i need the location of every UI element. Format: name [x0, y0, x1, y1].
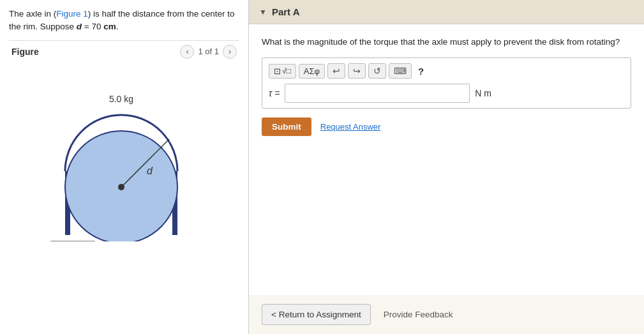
figure-label-bar: Figure ‹ 1 of 1 › — [9, 40, 239, 63]
mass-top-label: 5.0 kg — [109, 94, 133, 104]
figure-nav: ‹ 1 of 1 › — [180, 45, 237, 59]
figure-svg: d 5.0 kg 15 kg 10 kg — [26, 63, 223, 241]
return-to-assignment-button[interactable]: < Return to Assignment — [262, 304, 371, 325]
bottom-bar: < Return to Assignment Provide Feedback — [249, 295, 644, 334]
help-button[interactable]: ? — [414, 64, 428, 79]
input-row: τ = N m — [269, 84, 624, 103]
tau-label: τ = — [269, 88, 280, 98]
page-indicator: 1 of 1 — [198, 47, 219, 56]
undo-button[interactable]: ↩ — [327, 63, 345, 79]
unit-label: N m — [475, 88, 491, 98]
matrix-icon: ⊡ — [274, 66, 281, 76]
submit-button[interactable]: Submit — [262, 118, 311, 136]
question-text: What is the magnitude of the torque that… — [262, 36, 631, 49]
toolbar: ⊡ √□ AΣφ ↩ ↪ ↺ ⌨ ? — [269, 63, 624, 79]
answer-box: ⊡ √□ AΣφ ↩ ↪ ↺ ⌨ ? τ = N m — [262, 57, 631, 109]
answer-input[interactable] — [285, 84, 470, 103]
period: . — [116, 22, 119, 31]
problem-text-before: The axle in ( — [9, 9, 56, 19]
part-title: Part A — [272, 6, 300, 17]
sqrt-label: √□ — [282, 66, 291, 75]
right-panel: ▼ Part A What is the magnitude of the to… — [249, 0, 644, 334]
matrix-button[interactable]: ⊡ √□ — [269, 64, 296, 79]
d-variable: d — [77, 22, 82, 31]
collapse-arrow-icon[interactable]: ▼ — [259, 8, 267, 17]
provide-feedback-button[interactable]: Provide Feedback — [384, 310, 453, 319]
refresh-button[interactable]: ↺ — [368, 63, 386, 79]
equals-value: = 70 — [82, 22, 103, 31]
d-label-figure: d — [147, 165, 153, 176]
request-answer-button[interactable]: Request Answer — [320, 122, 381, 132]
keyboard-button[interactable]: ⌨ — [389, 63, 412, 79]
part-body: What is the magnitude of the torque that… — [249, 24, 644, 295]
figure-label: Figure — [11, 47, 39, 57]
unit-cm: cm — [103, 22, 116, 31]
greek-button[interactable]: AΣφ — [299, 64, 325, 79]
left-panel: The axle in (Figure 1) is half the dista… — [0, 0, 249, 334]
problem-text: The axle in (Figure 1) is half the dista… — [9, 8, 239, 34]
action-row: Submit Request Answer — [262, 118, 631, 136]
redo-button[interactable]: ↪ — [348, 63, 366, 79]
prev-figure-button[interactable]: ‹ — [180, 45, 194, 59]
figure-area: d 5.0 kg 15 kg 10 kg — [26, 63, 223, 241]
figure-link[interactable]: Figure 1 — [56, 9, 88, 19]
part-header: ▼ Part A — [249, 0, 644, 24]
next-figure-button[interactable]: › — [223, 45, 237, 59]
